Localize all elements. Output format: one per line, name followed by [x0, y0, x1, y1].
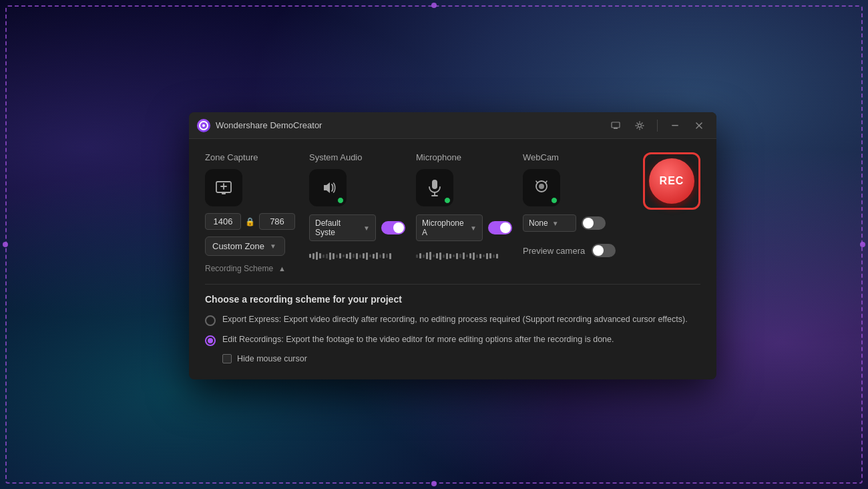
audio-bar-9: [336, 255, 338, 258]
microphone-dropdown[interactable]: Microphone A ▼: [416, 214, 483, 241]
preview-camera-label: Preview camera: [523, 246, 585, 256]
border-dot-right: [860, 242, 865, 247]
preview-camera-row: Preview camera: [523, 244, 616, 257]
mic-bar-14: [459, 254, 461, 258]
webcam-status: [551, 197, 558, 204]
audio-bar-10: [339, 253, 341, 259]
webcam-label: WebCam: [523, 152, 559, 162]
microphone-dropdown-arrow: ▼: [470, 224, 477, 232]
mic-bar-1: [416, 255, 418, 258]
custom-zone-text: Custom Zone: [212, 241, 264, 251]
audio-bar-12: [346, 254, 348, 259]
svg-point-1: [202, 124, 205, 127]
hide-cursor-label: Hide mouse cursor: [237, 354, 307, 363]
webcam-dropdown-arrow: ▼: [552, 220, 559, 227]
preview-camera-toggle[interactable]: [592, 244, 616, 257]
zone-capture-label: Zone Capture: [205, 152, 258, 162]
microphone-icon-btn[interactable]: [416, 169, 453, 206]
window-title: Wondershare DemoCreator: [216, 120, 322, 130]
audio-bar-23: [383, 253, 385, 259]
system-audio-bars: [309, 252, 391, 260]
zone-height-input[interactable]: [259, 213, 295, 230]
mic-bar-10: [446, 253, 448, 259]
microphone-controls: Microphone A ▼: [416, 214, 512, 241]
rec-button[interactable]: REC: [649, 158, 694, 204]
audio-bar-4: [319, 253, 321, 259]
mic-bar-25: [496, 254, 498, 259]
title-bar-controls: [606, 116, 708, 135]
zone-width-input[interactable]: [205, 213, 241, 230]
audio-bar-20: [373, 254, 375, 259]
svg-rect-2: [612, 122, 620, 128]
webcam-none-dropdown[interactable]: None ▼: [523, 214, 576, 232]
svg-line-15: [536, 181, 537, 183]
recording-scheme-section: Choose a recording scheme for your proje…: [205, 284, 700, 363]
audio-bar-17: [363, 253, 365, 259]
titlebar-divider: [657, 120, 658, 132]
title-bar-left: Wondershare DemoCreator: [197, 119, 322, 132]
audio-bar-7: [329, 253, 331, 260]
system-audio-dropdown-arrow: ▼: [363, 224, 370, 232]
hide-cursor-checkbox[interactable]: [222, 354, 232, 363]
minimize-btn[interactable]: [666, 116, 684, 135]
microphone-status: [444, 197, 451, 204]
title-bar: Wondershare DemoCreator: [189, 112, 716, 139]
audio-bar-21: [376, 253, 378, 259]
svg-rect-3: [614, 128, 618, 129]
app-window: Wondershare DemoCreator: [189, 112, 716, 379]
microphone-audio-bars: [416, 252, 498, 260]
mic-bar-16: [466, 255, 468, 257]
mic-bar-7: [436, 253, 438, 259]
system-audio-toggle[interactable]: [381, 221, 405, 234]
mic-bar-8: [439, 253, 441, 260]
webcam-icon-btn[interactable]: [523, 169, 560, 206]
mic-bar-17: [469, 253, 471, 259]
hide-cursor-row[interactable]: Hide mouse cursor: [222, 354, 700, 363]
close-btn[interactable]: [690, 116, 708, 135]
export-express-radio[interactable]: [205, 315, 216, 326]
settings-btn[interactable]: [630, 116, 649, 135]
app-logo: [197, 119, 210, 132]
edit-recordings-option[interactable]: Edit Recordings: Export the footage to t…: [205, 334, 700, 346]
system-audio-controls: Default Syste ▼: [309, 214, 405, 241]
audio-bar-15: [356, 253, 358, 259]
mic-bar-4: [426, 253, 428, 259]
audio-bar-13: [349, 253, 351, 259]
svg-line-16: [546, 181, 547, 183]
webcam-dropdown-value: None: [529, 218, 548, 228]
edit-recordings-radio[interactable]: [205, 335, 216, 346]
webcam-toggle[interactable]: [582, 216, 606, 230]
microphone-toggle[interactable]: [488, 221, 512, 234]
audio-bar-8: [333, 253, 335, 259]
microphone-toggle-knob: [500, 222, 511, 233]
mic-bar-12: [453, 255, 455, 257]
zone-capture-icon-btn[interactable]: [205, 169, 242, 206]
system-audio-icon-btn[interactable]: [309, 169, 347, 206]
microphone-section: Microphone Microphone A ▼: [416, 152, 523, 260]
mic-bar-18: [473, 253, 475, 260]
svg-rect-5: [672, 125, 678, 126]
export-express-text: Export Express: Export video directly af…: [222, 314, 688, 326]
audio-bar-1: [309, 254, 311, 258]
edit-recordings-radio-inner: [208, 338, 213, 343]
system-audio-section: System Audio Default Syste ▼: [309, 152, 416, 260]
custom-zone-dropdown[interactable]: Custom Zone ▼: [205, 236, 285, 256]
mic-bar-3: [423, 255, 425, 258]
audio-bar-16: [359, 255, 361, 258]
audio-bar-25: [389, 253, 391, 259]
screen-capture-btn[interactable]: [606, 116, 625, 135]
zone-dropdown-arrow: ▼: [270, 242, 276, 250]
audio-bar-24: [386, 254, 388, 258]
rec-section: REC: [627, 152, 700, 210]
svg-rect-10: [432, 180, 437, 189]
system-audio-dropdown-value: Default Syste: [315, 218, 361, 237]
app-content: Zone Capture 🔒 Custom Zone: [189, 139, 716, 379]
mic-bar-11: [449, 254, 451, 259]
audio-bar-14: [353, 254, 355, 258]
system-audio-dropdown[interactable]: Default Syste ▼: [309, 214, 376, 241]
audio-bar-6: [326, 254, 328, 259]
export-express-option[interactable]: Export Express: Export video directly af…: [205, 314, 700, 326]
system-audio-status: [337, 197, 344, 204]
svg-point-14: [539, 184, 544, 189]
webcam-controls: None ▼: [523, 214, 606, 232]
